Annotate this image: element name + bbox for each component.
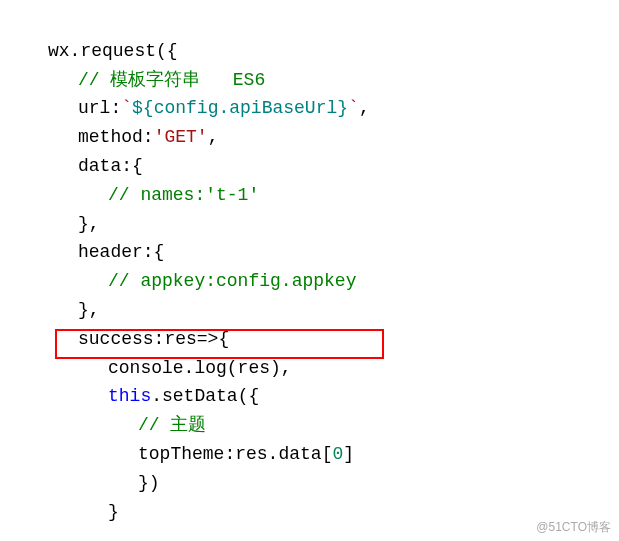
code-line: url:`${config.apiBaseUrl}`, <box>18 94 619 123</box>
code-line: header:{ <box>18 238 619 267</box>
comment: // 模板字符串 ES6 <box>78 70 265 90</box>
token: method: <box>78 127 154 147</box>
token: wx.request <box>48 41 156 61</box>
token: , <box>359 98 370 118</box>
code-line <box>18 8 619 37</box>
token: success:res=>{ <box>78 329 229 349</box>
code-line: data:{ <box>18 152 619 181</box>
number: 0 <box>332 444 343 464</box>
code-line: }, <box>18 210 619 239</box>
code-line: topTheme:res.data[0] <box>18 440 619 469</box>
keyword-this: this <box>108 386 151 406</box>
token: , <box>89 300 100 320</box>
token: } <box>78 300 89 320</box>
watermark: @51CTO博客 <box>536 518 611 537</box>
token: , <box>89 214 100 234</box>
token: .setData({ <box>151 386 259 406</box>
string-close: ` <box>348 98 359 118</box>
code-block: wx.request({ // 模板字符串 ES6 url:`${config.… <box>0 0 619 526</box>
token: ] <box>343 444 354 464</box>
code-line: }, <box>18 296 619 325</box>
token: { <box>167 41 178 61</box>
token: console.log(res), <box>108 358 292 378</box>
code-line: success:res=>{ <box>18 325 619 354</box>
comment: // appkey:config.appkey <box>108 271 356 291</box>
code-line: console.log(res), <box>18 354 619 383</box>
code-line: // 模板字符串 ES6 <box>18 66 619 95</box>
code-line: // 主题 <box>18 411 619 440</box>
tmpl-expr: ${config.apiBaseUrl} <box>132 98 348 118</box>
comment: // names:'t-1' <box>108 185 259 205</box>
code-line: } <box>18 498 619 527</box>
code-line: // appkey:config.appkey <box>18 267 619 296</box>
token: data:{ <box>78 156 143 176</box>
token: header:{ <box>78 242 164 262</box>
token: } <box>108 502 119 522</box>
code-line: // names:'t-1' <box>18 181 619 210</box>
code-line: }) <box>18 469 619 498</box>
string: 'GET' <box>154 127 208 147</box>
code-line: wx.request({ <box>18 37 619 66</box>
string-open: ` <box>121 98 132 118</box>
token: , <box>208 127 219 147</box>
comment: // 主题 <box>138 415 206 435</box>
token: } <box>78 214 89 234</box>
token: topTheme:res.data[ <box>138 444 332 464</box>
token: url: <box>78 98 121 118</box>
code-line: method:'GET', <box>18 123 619 152</box>
token: }) <box>138 473 160 493</box>
code-line: this.setData({ <box>18 382 619 411</box>
